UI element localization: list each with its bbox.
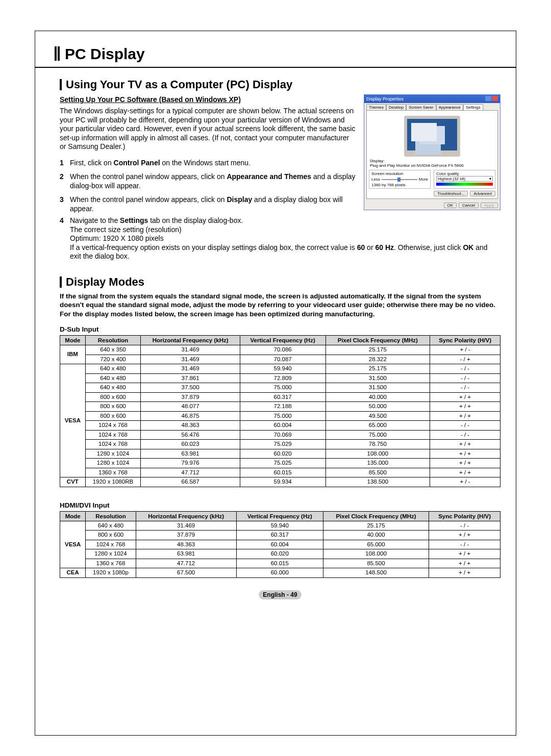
data-cell: - / - — [430, 421, 500, 431]
xp-slider-less: Less — [371, 177, 380, 182]
data-cell: 47.712 — [136, 559, 236, 568]
col-horizontal-frequency: Horizontal Frequency (kHz) — [141, 336, 240, 345]
data-cell: 75.000 — [240, 411, 325, 421]
table-row: 1360 x 76847.71260.01585.500+ / + — [60, 468, 500, 477]
data-cell: 640 x 480 — [85, 373, 141, 383]
col-mode: Mode — [60, 511, 86, 521]
xp-tab-themes[interactable]: Themes — [366, 104, 386, 110]
xp-resolution-slider[interactable]: Less More — [371, 177, 428, 182]
mode-cell: CEA — [60, 568, 86, 578]
data-cell: 800 x 600 — [85, 402, 141, 412]
xp-help-icon[interactable] — [485, 96, 491, 101]
data-cell: - / - — [430, 373, 500, 383]
step-3-bold: Display — [227, 195, 252, 204]
data-cell: + / + — [430, 440, 500, 449]
xp-advanced-button[interactable]: Advanced — [470, 191, 495, 196]
data-cell: - / - — [430, 364, 500, 374]
data-cell: 60.317 — [240, 392, 325, 402]
table-row: 640 x 48037.86172.80931.500- / - — [60, 373, 500, 383]
data-cell: 59.934 — [240, 477, 325, 487]
data-cell: + / + — [429, 531, 500, 540]
xp-group-color-label: Color quality — [436, 171, 493, 176]
data-cell: 640 x 480 — [85, 364, 141, 374]
hdmi-table-title: HDMI/DVI Input — [60, 501, 500, 509]
xp-monitor-preview — [369, 113, 495, 159]
xp-ok-button[interactable]: OK — [444, 203, 457, 208]
data-cell: - / - — [429, 521, 500, 531]
page-footer: English - 49 — [60, 590, 500, 599]
table-row: 1280 x 102463.98160.020108.000+ / + — [60, 449, 500, 459]
data-cell: 640 x 480 — [85, 383, 141, 393]
data-cell: + / + — [430, 459, 500, 468]
step-4-body: Navigate to the Settings tab on the disp… — [70, 216, 500, 261]
data-cell: 31.500 — [325, 373, 430, 383]
step-4-line-d: The correct size setting (resolution) — [70, 225, 182, 234]
data-cell: 1024 x 768 — [85, 440, 141, 449]
step-1-body: First, click on Control Panel on the Win… — [70, 159, 357, 168]
table-row: 1024 x 76848.36360.00465.000- / - — [60, 421, 500, 431]
table-row: 1024 x 76848.36360.00465.000- / - — [60, 540, 500, 549]
data-cell: 70.069 — [240, 430, 325, 440]
table-row: 720 x 40031.46970.08728.322- / + — [60, 355, 500, 364]
xp-group-screen-resolution: Screen resolution Less More 1360 by 768 … — [369, 170, 431, 189]
step-2-text-a: When the control panel window appears, c… — [70, 172, 227, 181]
data-cell: 47.712 — [141, 468, 240, 477]
table-row: CVT1920 x 1080RB66.58759.934138.500+ / - — [60, 477, 500, 487]
data-cell: 1360 x 768 — [85, 468, 141, 477]
xp-apply-button[interactable]: Apply — [481, 203, 498, 208]
data-cell: 148.500 — [323, 568, 429, 578]
data-cell: 78.750 — [325, 440, 430, 449]
xp-tab-desktop[interactable]: Desktop — [386, 104, 406, 110]
step-3-number: 3 — [60, 195, 70, 213]
col-pixel-clock: Pixel Clock Frequency (MHz) — [323, 511, 429, 521]
data-cell: + / + — [430, 392, 500, 402]
xp-display-name: Plug and Play Monitor on NVIDIA GeForce … — [369, 163, 495, 170]
data-cell: 75.000 — [325, 430, 430, 440]
xp-group-color-quality: Color quality Highest (32 bit) ▾ — [434, 170, 495, 189]
step-2-body: When the control panel window appears, c… — [70, 172, 357, 190]
data-cell: 60.004 — [236, 540, 323, 549]
data-cell: 72.809 — [240, 373, 325, 383]
data-cell: 31.469 — [136, 521, 236, 531]
xp-tab-appearance[interactable]: Appearance — [436, 104, 463, 110]
data-cell: 65.000 — [325, 421, 430, 431]
table-row: CEA1920 x 1080p67.50060.000148.500+ / + — [60, 568, 500, 578]
xp-close-icon[interactable] — [492, 96, 498, 101]
step-1-bold: Control Panel — [114, 159, 160, 167]
data-cell: 59.940 — [236, 521, 323, 531]
table-row: 1024 x 76860.02375.02978.750+ / + — [60, 440, 500, 449]
data-cell: 85.500 — [323, 559, 429, 568]
data-cell: 1280 x 1024 — [85, 459, 141, 468]
data-cell: 28.322 — [325, 355, 430, 364]
data-cell: 640 x 480 — [86, 521, 136, 531]
step-4-f2: 60 — [357, 243, 365, 251]
data-cell: 37.861 — [141, 373, 240, 383]
data-cell: 1280 x 1024 — [85, 449, 141, 459]
data-cell: 1024 x 768 — [85, 430, 141, 440]
xp-troubleshoot-button[interactable]: Troubleshoot... — [434, 191, 468, 196]
step-4-text-a: Navigate to the — [70, 216, 120, 224]
steps-list: 1 First, click on Control Panel on the W… — [60, 159, 357, 214]
col-resolution: Resolution — [85, 336, 141, 345]
data-cell: 37.879 — [141, 392, 240, 402]
table-row: VESA640 x 48031.46959.94025.175- / - — [60, 521, 500, 531]
col-pixel-clock: Pixel Clock Frequency (MHz) — [325, 336, 430, 345]
xp-color-select[interactable]: Highest (32 bit) ▾ — [436, 176, 493, 182]
xp-tab-screen-saver[interactable]: Screen Saver — [406, 104, 436, 110]
step-4-bold: Settings — [120, 216, 148, 224]
data-cell: 31.469 — [141, 355, 240, 364]
data-cell: 79.976 — [141, 459, 240, 468]
xp-slider-thumb[interactable] — [397, 178, 400, 182]
xp-cancel-button[interactable]: Cancel — [459, 203, 479, 208]
section-title-display-modes: Display Modes — [66, 275, 144, 289]
xp-title-bar: Display Properties — [364, 95, 500, 103]
table-row: 800 x 60037.87960.31740.000+ / + — [60, 392, 500, 402]
step-4-f4: 60 Hz — [375, 243, 394, 251]
dsub-table: Mode Resolution Horizontal Frequency (kH… — [60, 335, 500, 487]
data-cell: 66.587 — [141, 477, 240, 487]
xp-tab-settings[interactable]: Settings — [463, 104, 483, 110]
data-cell: 1920 x 1080RB — [85, 477, 141, 487]
data-cell: 67.500 — [136, 568, 236, 578]
data-cell: 31.469 — [141, 364, 240, 374]
xp-display-label: Display: — [369, 159, 495, 163]
